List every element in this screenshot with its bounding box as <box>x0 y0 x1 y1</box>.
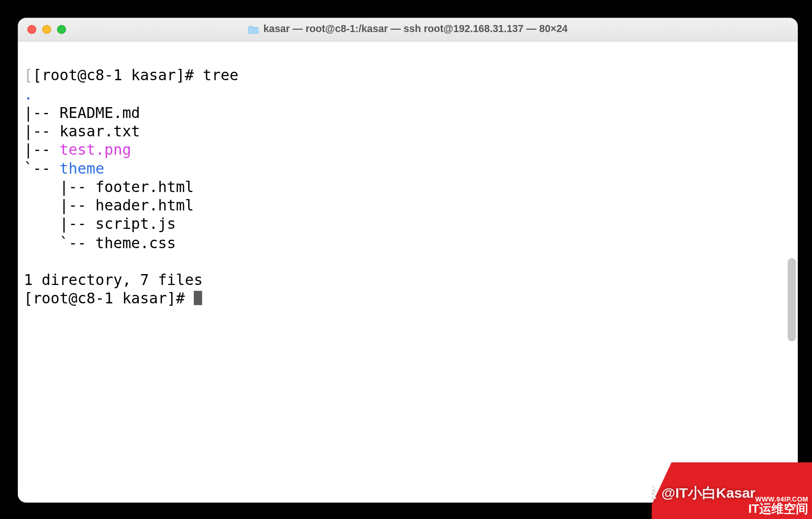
tree-line-3-prefix: |-- <box>24 141 59 159</box>
tree-line-2: |-- kasar.txt <box>24 123 140 140</box>
prompt-line-1: [root@c8-1 kasar]# <box>33 67 203 84</box>
tree-line-7: |-- script.js <box>24 216 176 233</box>
terminal-body[interactable]: [[root@c8-1 kasar]# tree . |-- README.md… <box>18 42 798 502</box>
minimize-icon[interactable] <box>42 25 51 34</box>
tree-line-1: |-- README.md <box>24 104 140 121</box>
prompt-line-2: [root@c8-1 kasar]# <box>24 290 194 307</box>
zoom-icon[interactable] <box>57 25 66 34</box>
window-title: kasar — root@c8-1:/kasar — ssh root@192.… <box>264 23 568 35</box>
cursor-icon <box>194 291 202 305</box>
titlebar[interactable]: kasar — root@c8-1:/kasar — ssh root@192.… <box>18 18 798 42</box>
traffic-lights <box>27 25 66 34</box>
tree-line-6: |-- header.html <box>24 197 194 214</box>
tree-line-5: |-- footer.html <box>24 178 194 196</box>
tree-root: . <box>24 85 33 103</box>
close-icon[interactable] <box>27 25 36 34</box>
terminal-window: kasar — root@c8-1:/kasar — ssh root@192.… <box>18 18 798 502</box>
tree-line-3-name: test.png <box>59 141 131 159</box>
scrollbar-track[interactable] <box>787 44 796 499</box>
tree-line-8: `-- theme.css <box>24 234 176 251</box>
tree-line-4-name: theme <box>59 159 104 177</box>
tree-line-4-prefix: `-- <box>24 159 59 177</box>
command-text: tree <box>203 67 239 84</box>
tree-summary: 1 directory, 7 files <box>24 271 202 289</box>
scrollbar-thumb[interactable] <box>787 258 796 341</box>
window-title-wrap: kasar — root@c8-1:/kasar — ssh root@192.… <box>18 23 798 36</box>
folder-icon <box>248 25 259 33</box>
bracket-open: [ <box>24 67 33 84</box>
